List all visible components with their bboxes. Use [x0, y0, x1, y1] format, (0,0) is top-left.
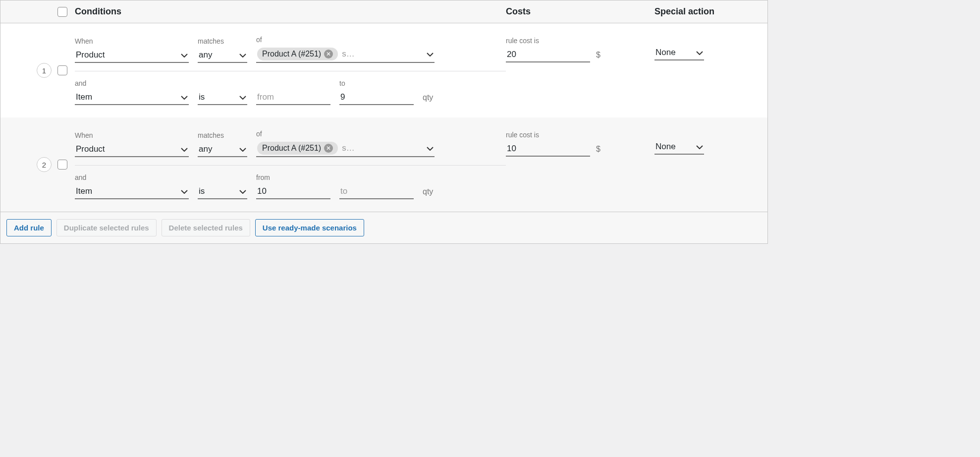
condition-line-and: and Item is from [75, 173, 506, 199]
rule-checkbox[interactable] [57, 65, 67, 75]
rules-table: Conditions Costs Special action 1 When P… [0, 0, 768, 244]
conditions-col: When Product matches any of [75, 36, 506, 105]
chevron-down-icon [239, 186, 246, 196]
cost-label: rule cost is [506, 37, 590, 45]
when-select[interactable]: Product [75, 47, 189, 63]
rule-row: 1 When Product matches any [0, 23, 767, 117]
rule-number: 1 [37, 63, 52, 78]
action-col: None [654, 130, 754, 155]
rule-checkbox[interactable] [57, 160, 67, 170]
use-scenarios-button[interactable]: Use ready-made scenarios [255, 219, 364, 236]
spacer [339, 173, 414, 181]
conditions-col: When Product matches any of [75, 130, 506, 199]
when-label: When [75, 131, 189, 139]
condition-divider [75, 71, 506, 71]
spacer [198, 173, 247, 181]
and-subject-select[interactable]: Item [75, 89, 189, 105]
rule-number: 2 [37, 157, 52, 172]
spacer [198, 79, 247, 87]
cost-label: rule cost is [506, 131, 590, 139]
add-rule-button[interactable]: Add rule [6, 219, 52, 236]
chevron-down-icon [181, 92, 188, 102]
matches-label: matches [198, 131, 247, 139]
rule-index-col: 1 [0, 63, 75, 78]
cost-input[interactable] [506, 47, 590, 62]
condition-line-when: When Product matches any of [75, 130, 506, 157]
from-input[interactable] [256, 183, 330, 199]
product-chip: Product A (#251) ✕ [257, 48, 338, 60]
spacer [256, 79, 330, 87]
footer-actions: Add rule Duplicate selected rules Delete… [0, 212, 767, 243]
when-label: When [75, 37, 189, 45]
to-input[interactable] [339, 89, 414, 105]
and-subject-select[interactable]: Item [75, 183, 189, 199]
and-verb-select[interactable]: is [198, 89, 247, 105]
action-select[interactable]: None [654, 45, 704, 60]
condition-line-when: When Product matches any of [75, 36, 506, 63]
and-verb-value: is [199, 92, 205, 102]
rule-row: 2 When Product matches any [0, 117, 767, 212]
of-chip-input[interactable]: Product A (#251) ✕ s… [256, 140, 435, 157]
cost-input[interactable] [506, 141, 590, 157]
action-value: None [655, 142, 676, 152]
chevron-down-icon [427, 50, 434, 58]
and-label: and [75, 79, 189, 87]
matches-value: any [199, 144, 212, 154]
condition-divider [75, 165, 506, 166]
chip-label: Product A (#251) [262, 144, 321, 153]
action-col: None [654, 36, 754, 60]
currency-label: $ [596, 145, 600, 157]
of-chip-input[interactable]: Product A (#251) ✕ s… [256, 46, 435, 63]
chevron-down-icon [239, 144, 246, 154]
action-value: None [655, 48, 676, 57]
chevron-down-icon [181, 186, 188, 196]
condition-line-and: and Item is [75, 79, 506, 105]
rule-index-col: 2 [0, 157, 75, 172]
costs-col: rule cost is $ [506, 130, 654, 157]
currency-label: $ [596, 51, 600, 62]
chevron-down-icon [696, 142, 703, 152]
delete-rules-button[interactable]: Delete selected rules [162, 219, 250, 236]
matches-select[interactable]: any [198, 141, 247, 157]
matches-select[interactable]: any [198, 47, 247, 63]
product-chip: Product A (#251) ✕ [257, 142, 338, 155]
header-checkbox-col [0, 7, 75, 17]
qty-label: qty [423, 93, 433, 105]
from-label: from [256, 173, 330, 181]
to-input[interactable] [339, 183, 414, 199]
chevron-down-icon [696, 48, 703, 57]
header-costs: Costs [506, 6, 654, 17]
action-select[interactable]: None [654, 139, 704, 155]
table-header: Conditions Costs Special action [0, 0, 767, 23]
chevron-down-icon [181, 144, 188, 154]
costs-col: rule cost is $ [506, 36, 654, 62]
from-input[interactable] [256, 89, 330, 105]
duplicate-rules-button[interactable]: Duplicate selected rules [56, 219, 157, 236]
to-label: to [339, 79, 414, 87]
select-all-checkbox[interactable] [57, 7, 67, 17]
qty-label: qty [423, 187, 433, 199]
of-label: of [256, 130, 435, 138]
and-verb-value: is [199, 186, 205, 196]
chip-placeholder: s… [342, 143, 357, 153]
chip-placeholder: s… [342, 49, 357, 59]
and-label: and [75, 173, 189, 181]
and-subject-value: Item [76, 92, 92, 102]
header-special-action: Special action [654, 6, 754, 17]
chip-remove-icon[interactable]: ✕ [324, 50, 333, 58]
of-label: of [256, 36, 435, 44]
when-value: Product [76, 50, 105, 60]
chevron-down-icon [427, 144, 434, 153]
chevron-down-icon [181, 50, 188, 60]
when-select[interactable]: Product [75, 141, 189, 157]
matches-value: any [199, 50, 212, 60]
chevron-down-icon [239, 92, 246, 102]
chip-remove-icon[interactable]: ✕ [324, 144, 333, 153]
and-verb-select[interactable]: is [198, 183, 247, 199]
header-conditions: Conditions [75, 6, 506, 17]
chip-label: Product A (#251) [262, 50, 321, 58]
when-value: Product [76, 144, 105, 154]
chevron-down-icon [239, 50, 246, 60]
matches-label: matches [198, 37, 247, 45]
and-subject-value: Item [76, 186, 92, 196]
